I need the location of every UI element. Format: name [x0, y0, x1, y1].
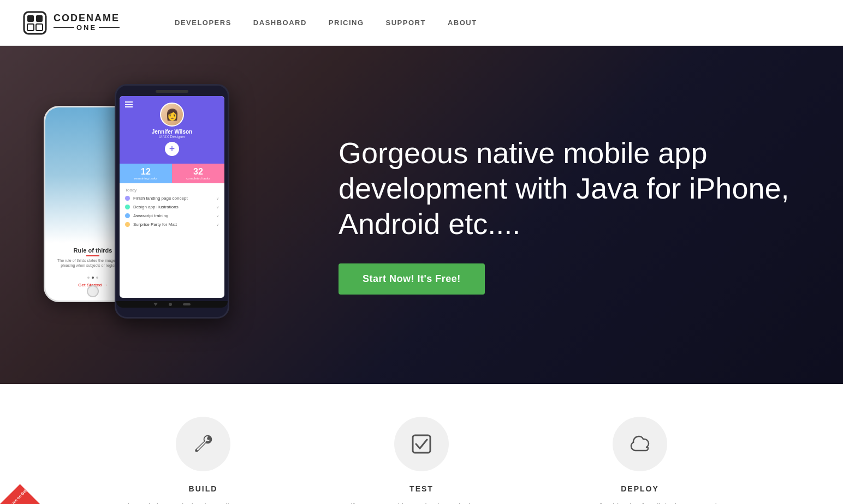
hero-section: Rule of thirds The rule of thirds states…	[0, 46, 843, 384]
feature-test: TEST Verify your app with our simulator,…	[312, 417, 531, 504]
task-list: Today Finish landing page concept ∨ Desi…	[120, 183, 224, 235]
feature-build: BUILD Write code in Java(tm) using Eclip…	[94, 417, 312, 504]
remaining-tasks: 12 remaining tasks	[120, 164, 172, 183]
hero-cta-button[interactable]: Start Now! It's Free!	[339, 263, 485, 295]
nav-developers[interactable]: DEVELOPERS	[175, 19, 231, 27]
hero-headline: Gorgeous native mobile app development w…	[339, 135, 799, 241]
task-dot-4	[125, 222, 130, 227]
phone-speaker	[156, 90, 188, 93]
svg-rect-1	[27, 15, 34, 22]
task-chevron-3: ∨	[216, 214, 219, 218]
task-text-2: Design app illustrations	[133, 205, 213, 209]
phone-white-underline	[86, 255, 99, 256]
remaining-label: remaining tasks	[122, 177, 170, 180]
nav-dashboard[interactable]: DASHBOARD	[253, 19, 307, 27]
phone-dark-screen: 👩 Jennifer Wilson UI/UX Designer + 12 re…	[120, 96, 224, 298]
build-desc: Write code in Java(tm) using Eclipse, Ne…	[116, 501, 290, 504]
logo-one: ONE	[74, 24, 99, 31]
task-stats: 12 remaining tasks 32 completed tasks	[120, 164, 224, 183]
task-chevron-4: ∨	[216, 223, 219, 227]
hero-content: Rule of thirds The rule of thirds states…	[0, 62, 843, 368]
task-item-2: Design app illustrations ∨	[125, 205, 219, 209]
deploy-icon-circle	[613, 417, 667, 471]
hamburger-icon	[125, 101, 133, 107]
completed-label: completed tasks	[174, 177, 222, 180]
user-role: UI/UX Designer	[159, 135, 186, 139]
phone-white-dots	[87, 277, 98, 279]
app-header: 👩 Jennifer Wilson UI/UX Designer +	[120, 96, 224, 164]
test-icon-circle	[394, 417, 449, 471]
hero-text-area: Gorgeous native mobile app development w…	[273, 135, 799, 294]
features-section: BUILD Write code in Java(tm) using Eclip…	[0, 384, 843, 504]
recents-button-icon	[183, 303, 191, 305]
deploy-desc: Generate native binaries for all device …	[553, 501, 727, 504]
logo-icon	[22, 10, 48, 36]
dot-2	[92, 277, 94, 279]
phones-mockup: Rule of thirds The rule of thirds states…	[44, 84, 273, 368]
header: CODENAME ONE DEVELOPERS DASHBOARD PRICIN…	[0, 0, 843, 46]
svg-rect-2	[36, 15, 43, 22]
phone-bottom-bar	[116, 301, 228, 308]
task-chevron-2: ∨	[216, 205, 219, 209]
task-text-1: Finish landing page concept	[133, 196, 213, 201]
build-icon-circle	[176, 417, 230, 471]
logo: CODENAME ONE	[22, 10, 153, 36]
logo-text: CODENAME ONE	[54, 13, 120, 32]
nav-about[interactable]: ABOUT	[448, 19, 477, 27]
task-item-4: Surprise Party for Matt ∨	[125, 222, 219, 227]
today-label: Today	[125, 188, 219, 193]
test-title: TEST	[409, 484, 434, 493]
task-item-3: Javascript training ∨	[125, 213, 219, 218]
task-text-3: Javascript training	[133, 213, 213, 218]
task-dot-1	[125, 196, 130, 201]
phone-dark: 👩 Jennifer Wilson UI/UX Designer + 12 re…	[115, 84, 229, 319]
dot-3	[96, 277, 98, 279]
logo-line: ONE	[54, 24, 120, 31]
cloud-icon	[628, 432, 652, 456]
avatar: 👩	[160, 103, 184, 127]
test-desc: Verify your app with our simulator, devi…	[334, 501, 509, 504]
phone-home-button	[87, 285, 99, 297]
build-title: BUILD	[189, 484, 218, 493]
user-name: Jennifer Wilson	[152, 129, 192, 135]
svg-rect-4	[36, 24, 43, 31]
deploy-title: DEPLOY	[621, 484, 659, 493]
completed-tasks: 32 completed tasks	[172, 164, 224, 183]
task-dot-2	[125, 205, 130, 209]
main-nav: DEVELOPERS DASHBOARD PRICING SUPPORT ABO…	[175, 19, 477, 27]
svg-rect-3	[27, 24, 34, 31]
nav-pricing[interactable]: PRICING	[329, 19, 364, 27]
feature-deploy: DEPLOY Generate native binaries for all …	[531, 417, 749, 504]
dot-1	[87, 277, 90, 279]
task-item-1: Finish landing page concept ∨	[125, 196, 219, 201]
logo-codename: CODENAME	[54, 13, 120, 23]
home-button-icon	[169, 303, 172, 306]
task-chevron-1: ∨	[216, 196, 219, 201]
back-button-icon	[153, 303, 158, 306]
wrench-icon	[191, 432, 215, 456]
corner-badge: Fork me on GitHub	[0, 460, 44, 504]
nav-support[interactable]: SUPPORT	[386, 19, 426, 27]
completed-count: 32	[174, 167, 222, 177]
checkbox-icon	[409, 432, 434, 456]
remaining-count: 12	[122, 167, 170, 177]
add-task-button[interactable]: +	[165, 142, 179, 156]
task-dot-3	[125, 213, 130, 218]
task-text-4: Surprise Party for Matt	[133, 222, 213, 227]
